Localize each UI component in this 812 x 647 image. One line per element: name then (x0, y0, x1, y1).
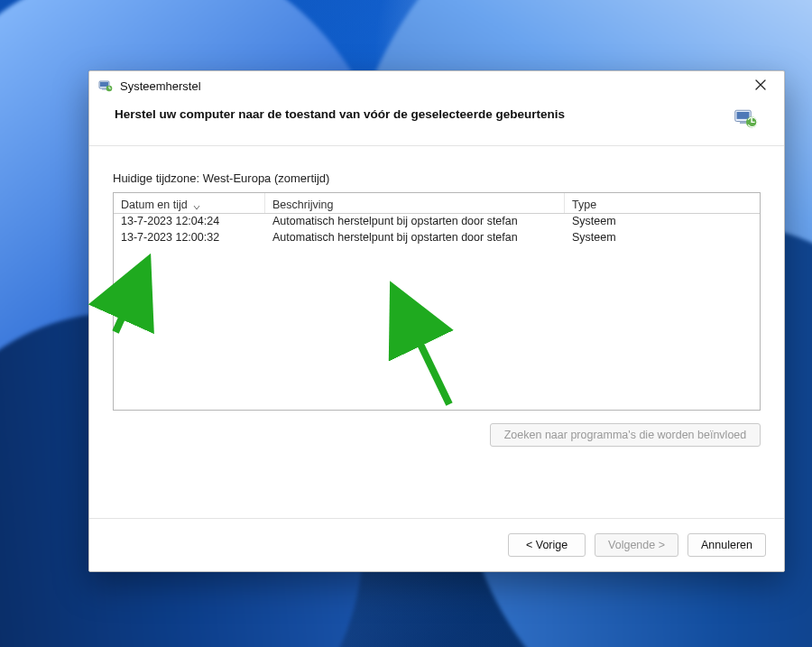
scan-affected-programs-button: Zoeken naar programma's die worden beïnv… (490, 423, 761, 447)
column-header-date-label: Datum en tijd (121, 199, 188, 211)
scan-row: Zoeken naar programma's die worden beïnv… (113, 423, 761, 447)
column-header-date[interactable]: Datum en tijd (114, 193, 265, 213)
cell-type: Systeem (565, 230, 751, 246)
column-header-description-label: Beschrijving (272, 199, 333, 211)
close-button[interactable] (743, 73, 779, 98)
system-restore-icon (98, 79, 113, 93)
sort-descending-icon (193, 201, 200, 208)
table-row[interactable]: 13-7-2023 12:00:32 Automatisch herstelpu… (114, 230, 760, 246)
next-button: Volgende > (595, 533, 678, 557)
table-row[interactable]: 13-7-2023 12:04:24 Automatisch herstelpu… (114, 214, 760, 230)
titlebar: Systeemherstel (89, 71, 784, 100)
timezone-label: Huidige tijdzone: West-Europa (zomertijd… (113, 171, 761, 185)
list-header: Datum en tijd Beschrijving Type (114, 193, 760, 214)
cell-date: 13-7-2023 12:04:24 (114, 214, 265, 230)
cell-date: 13-7-2023 12:00:32 (114, 230, 265, 246)
back-button[interactable]: < Vorige (508, 533, 586, 557)
cell-description: Automatisch herstelpunt bij opstarten do… (265, 230, 565, 246)
column-header-description[interactable]: Beschrijving (265, 193, 565, 213)
svg-rect-5 (737, 112, 750, 119)
list-rows: 13-7-2023 12:04:24 Automatisch herstelpu… (114, 214, 760, 246)
restore-points-list[interactable]: Datum en tijd Beschrijving Type 13-7-202… (113, 192, 761, 411)
page-title: Herstel uw computer naar de toestand van… (115, 106, 723, 121)
window-title: Systeemherstel (120, 79, 743, 93)
wizard-footer: < Vorige Volgende > Annuleren (89, 518, 784, 571)
column-header-type-label: Type (572, 199, 596, 211)
close-icon (755, 79, 766, 93)
svg-rect-6 (740, 122, 746, 125)
dialog-body: Huidige tijdzone: West-Europa (zomertijd… (89, 146, 784, 518)
header-band: Herstel uw computer naar de toestand van… (89, 100, 784, 146)
cancel-button[interactable]: Annuleren (687, 533, 766, 557)
cell-type: Systeem (565, 214, 751, 230)
system-restore-large-icon (734, 106, 759, 131)
cell-description: Automatisch herstelpunt bij opstarten do… (265, 214, 565, 230)
column-header-type[interactable]: Type (565, 193, 751, 213)
system-restore-dialog: Systeemherstel Herstel uw computer naar … (88, 70, 785, 572)
svg-rect-1 (100, 82, 108, 87)
svg-rect-2 (102, 88, 106, 90)
